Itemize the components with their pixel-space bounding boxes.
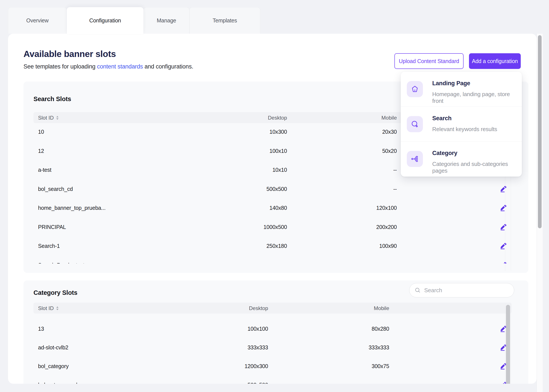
mobile-size: 20x30 bbox=[382, 129, 397, 135]
mobile-size: 120x100 bbox=[376, 205, 397, 211]
table-row: Search-1 250x180 100x90 bbox=[34, 236, 512, 255]
menu-item-title: Search bbox=[432, 115, 452, 122]
mobile-size: 300x75 bbox=[372, 363, 389, 369]
menu-item-title: Category bbox=[432, 150, 457, 157]
mobile-size: 333x333 bbox=[368, 344, 389, 351]
mobile-size: 200x200 bbox=[376, 224, 397, 230]
tab-manage[interactable]: Manage bbox=[144, 7, 189, 34]
upload-content-standard-button[interactable]: Upload Content Standard bbox=[394, 53, 464, 69]
slot-id: a-test bbox=[38, 167, 51, 173]
desktop-size: 1000x500 bbox=[264, 224, 287, 230]
table-row: PRINCIPAL 1000x500 200x200 bbox=[34, 217, 512, 237]
table-scrollbar-thumb[interactable] bbox=[506, 305, 510, 384]
tab-configuration[interactable]: Configuration bbox=[67, 7, 144, 34]
page-subtitle: See templates for uploading content stan… bbox=[23, 63, 193, 70]
search-icon bbox=[407, 116, 423, 132]
category-slots-table-header: Slot ID Desktop Mobile bbox=[34, 303, 512, 314]
slot-id: Search-1 bbox=[38, 243, 60, 249]
slot-id: bol_category bbox=[38, 363, 69, 369]
page: Overview Configuration Manage Templates … bbox=[0, 0, 549, 392]
category-slots-title: Category Slots bbox=[34, 289, 77, 296]
add-configuration-button[interactable]: Add a configuration bbox=[469, 53, 521, 69]
table-row-clipped: bol_category_cd 500x500 bbox=[34, 375, 512, 384]
search-slots-title: Search Slots bbox=[34, 95, 71, 103]
menu-item-description: Relevant keywords results bbox=[432, 126, 497, 133]
desktop-size: 10x300 bbox=[269, 129, 287, 135]
add-configuration-menu: Landing Page Homepage, landing page, sto… bbox=[401, 72, 522, 176]
page-title: Available banner slots bbox=[23, 49, 116, 59]
desktop-size: 100x10 bbox=[269, 148, 287, 154]
desktop-size: 250x180 bbox=[266, 243, 287, 249]
slot-id: bol_category_cd bbox=[38, 382, 77, 384]
desktop-size: 500x500 bbox=[247, 382, 268, 384]
mobile-size: 80x280 bbox=[372, 326, 389, 332]
table-row: home_banner_top_prueba... 140x80 120x100 bbox=[34, 198, 512, 217]
desktop-size: 140x80 bbox=[269, 205, 287, 211]
menu-item-description: Homepage, landing page, store front bbox=[432, 91, 522, 104]
slot-id: home_banner_top_prueba... bbox=[38, 205, 106, 211]
desktop-size: 1200x300 bbox=[245, 363, 268, 369]
search-icon bbox=[415, 287, 421, 293]
desktop-size: 10x10 bbox=[272, 167, 287, 173]
desktop-size: 500x500 bbox=[266, 186, 287, 192]
menu-item-category[interactable]: Category Categories and sub-categories p… bbox=[401, 141, 522, 176]
slot-id: bol_search_cd bbox=[38, 186, 73, 192]
table-row-clipped: Search-Prueba-test bbox=[34, 255, 512, 264]
slot-id: 10 bbox=[38, 129, 44, 135]
subtitle-text: See templates for uploading bbox=[23, 63, 97, 70]
category-search-input[interactable] bbox=[424, 287, 507, 294]
mobile-size: 100x90 bbox=[379, 243, 397, 249]
content-standards-link[interactable]: content standards bbox=[97, 63, 143, 70]
tab-templates[interactable]: Templates bbox=[189, 7, 260, 34]
column-mobile: Mobile bbox=[34, 305, 389, 311]
desktop-size: 100x100 bbox=[247, 326, 268, 332]
menu-item-landing-page[interactable]: Landing Page Homepage, landing page, sto… bbox=[401, 72, 522, 106]
menu-item-description: Categories and sub-categories pages bbox=[432, 161, 522, 174]
category-tree-icon bbox=[407, 151, 423, 167]
mobile-size: 50x20 bbox=[382, 148, 397, 154]
menu-item-search[interactable]: Search Relevant keywords results bbox=[401, 106, 522, 141]
mobile-size: -- bbox=[393, 186, 397, 192]
tab-overview[interactable]: Overview bbox=[8, 7, 67, 34]
home-icon bbox=[407, 81, 423, 97]
category-search[interactable] bbox=[409, 283, 514, 297]
slot-id: Search-Prueba-test bbox=[38, 262, 84, 264]
table-row: 13 100x100 80x280 bbox=[34, 319, 512, 338]
main-content: Available banner slots See templates for… bbox=[8, 34, 537, 384]
slot-id: ad-slot-cvlb2 bbox=[38, 344, 68, 351]
slot-id: 12 bbox=[38, 148, 44, 154]
category-slots-card: Category Slots Slot ID Desktop Mobile 13… bbox=[23, 280, 528, 384]
page-scrollbar-thumb[interactable] bbox=[538, 35, 542, 228]
subtitle-text-suffix: and configurations. bbox=[143, 63, 193, 70]
column-mobile: Mobile bbox=[34, 115, 397, 121]
mobile-size: -- bbox=[393, 167, 397, 173]
table-row: bol_category 1200x300 300x75 bbox=[34, 357, 512, 376]
table-row: ad-slot-cvlb2 333x333 333x333 bbox=[34, 338, 512, 357]
slot-id: 13 bbox=[38, 326, 44, 332]
desktop-size: 333x333 bbox=[247, 344, 268, 351]
slot-id: PRINCIPAL bbox=[38, 224, 66, 230]
menu-item-title: Landing Page bbox=[432, 80, 470, 87]
table-row: bol_search_cd 500x500 -- bbox=[34, 179, 512, 198]
